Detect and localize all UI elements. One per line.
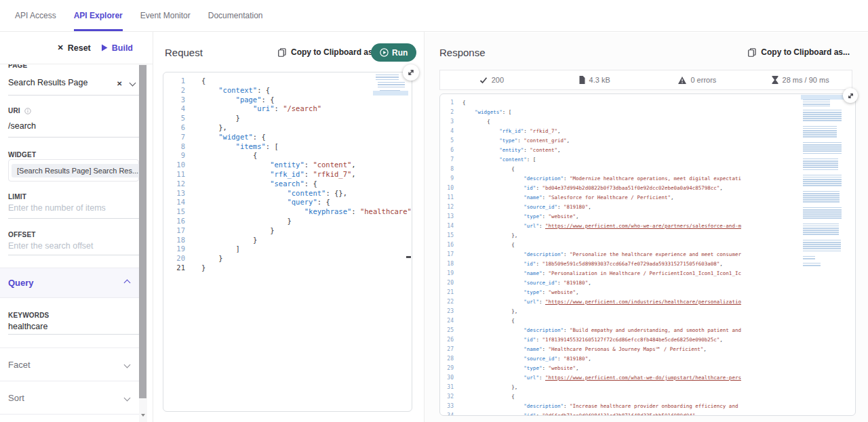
- build-button[interactable]: Build: [101, 43, 133, 53]
- page-clear-icon[interactable]: ✕: [117, 80, 122, 87]
- builder-toolbar: ✕ Reset Build: [0, 32, 153, 64]
- tab-event-monitor-label: Event Monitor: [140, 11, 191, 20]
- tab-documentation[interactable]: Documentation: [208, 0, 263, 31]
- info-icon[interactable]: [24, 108, 31, 114]
- keywords-field-underline: [8, 334, 139, 335]
- response-code-editor: 1234567891011121314151617181920212223242…: [439, 93, 856, 416]
- response-expand-button[interactable]: [843, 88, 858, 103]
- request-panel-title: Request: [165, 47, 203, 58]
- expand-icon: [847, 92, 854, 100]
- copy-icon: [748, 48, 756, 57]
- request-expand-button[interactable]: [403, 64, 419, 81]
- tab-api-access[interactable]: API Access: [15, 0, 56, 31]
- uri-label-text: URI: [8, 107, 20, 114]
- run-play-icon: [380, 48, 389, 57]
- warning-icon: [678, 77, 686, 84]
- play-icon: [101, 44, 108, 51]
- page-field-label: PAGE: [8, 64, 27, 69]
- status-errors-value: 0 errors: [690, 76, 716, 84]
- keywords-field-label: KEYWORDS: [8, 312, 50, 319]
- keywords-input[interactable]: [8, 322, 132, 331]
- query-builder-sidebar: PAGE Search Results Page ✕ URI /search W…: [0, 64, 139, 422]
- limit-field-underline: [8, 218, 139, 219]
- response-code-area[interactable]: {"widgets": [{"rfk_id": "rfkid_7","type"…: [462, 98, 745, 415]
- offset-field-label: OFFSET: [8, 231, 36, 238]
- section-query-label: Query: [8, 278, 34, 288]
- status-time: 28 ms / 90 ms: [749, 70, 852, 89]
- section-query[interactable]: Query: [0, 268, 139, 298]
- tab-event-monitor[interactable]: Event Monitor: [140, 0, 191, 31]
- sidebar-scrollbar: [139, 64, 147, 422]
- limit-field-label: LIMIT: [8, 193, 26, 201]
- offset-field-underline: [8, 255, 139, 255]
- status-errors: 0 errors: [646, 70, 749, 89]
- response-copy-button[interactable]: Copy to Clipboard as...: [748, 47, 850, 57]
- request-minimap-slider[interactable]: [373, 91, 408, 96]
- request-code-area[interactable]: {"context": {"page": {"uri": "/search"}}…: [201, 77, 411, 411]
- hourglass-icon: [772, 76, 778, 84]
- section-facet[interactable]: Facet: [0, 347, 139, 381]
- status-code-value: 200: [492, 76, 504, 84]
- uri-field-label: URI: [8, 107, 31, 114]
- top-nav: API Access API Explorer Event Monitor Do…: [0, 0, 868, 32]
- response-copy-label: Copy to Clipboard as...: [761, 47, 850, 57]
- expand-icon: [407, 68, 415, 77]
- run-button[interactable]: Run: [371, 43, 416, 62]
- section-facet-label: Facet: [8, 360, 31, 370]
- page-chevron-down-icon[interactable]: [130, 80, 136, 87]
- status-size: 4.3 kB: [543, 70, 646, 89]
- api-explorer-app: API Access API Explorer Event Monitor Do…: [0, 0, 868, 422]
- status-time-value: 28 ms / 90 ms: [783, 76, 829, 84]
- sort-chevron-down-icon: [124, 394, 131, 401]
- copy-icon: [278, 48, 286, 57]
- response-status-bar: 200 4.3 kB 0 errors 28 ms / 90 ms: [439, 70, 852, 90]
- tab-api-access-label: API Access: [15, 11, 56, 20]
- response-gutter: 1234567891011121314151617181920212223242…: [440, 98, 454, 416]
- response-panel-title: Response: [439, 47, 486, 58]
- tab-api-explorer[interactable]: API Explorer: [74, 0, 123, 31]
- request-code-editor: 123456789101112131415161718192021 {"cont…: [163, 72, 412, 412]
- widget-chip: [Search Results Page] Search Res... ✕: [12, 164, 139, 177]
- widget-select-box[interactable]: [Search Results Page] Search Res... ✕: [8, 159, 139, 182]
- uri-field-value[interactable]: /search: [8, 121, 36, 131]
- reset-label: Reset: [68, 43, 91, 53]
- sidebar-divider: [153, 32, 153, 422]
- page-field-underline: [8, 95, 139, 96]
- status-size-value: 4.3 kB: [589, 76, 610, 84]
- run-label: Run: [392, 48, 408, 58]
- reset-x-icon: ✕: [57, 44, 63, 51]
- reset-button[interactable]: ✕ Reset: [57, 43, 90, 53]
- request-overview-ruler-mark: [406, 256, 411, 258]
- response-minimap[interactable]: [803, 100, 842, 270]
- limit-input[interactable]: [8, 203, 132, 213]
- request-copy-label: Copy to Clipboard as...: [291, 47, 380, 57]
- tab-documentation-label: Documentation: [208, 11, 263, 20]
- sidebar-scrollbar-thumb[interactable]: [139, 65, 146, 398]
- facet-chevron-down-icon: [124, 361, 131, 368]
- status-code: 200: [440, 70, 543, 89]
- tab-api-explorer-label: API Explorer: [74, 11, 123, 20]
- scrollbar-down-arrow-icon[interactable]: [141, 414, 145, 417]
- build-label: Build: [112, 43, 133, 53]
- widget-chip-label: [Search Results Page] Search Res...: [17, 167, 138, 175]
- offset-input[interactable]: [8, 241, 132, 251]
- file-icon: [579, 76, 585, 84]
- section-sort-label: Sort: [8, 393, 24, 403]
- widget-field-label: WIDGET: [8, 151, 36, 159]
- panel-divider: [424, 32, 425, 422]
- query-chevron-up-icon: [124, 280, 131, 287]
- check-icon: [479, 77, 488, 84]
- section-sort[interactable]: Sort: [0, 381, 139, 415]
- request-gutter: 123456789101112131415161718192021: [163, 77, 185, 273]
- uri-field-underline: [8, 137, 139, 138]
- response-minimap-slider[interactable]: [801, 95, 847, 100]
- page-select-value[interactable]: Search Results Page: [8, 78, 87, 87]
- request-copy-button[interactable]: Copy to Clipboard as...: [278, 47, 380, 57]
